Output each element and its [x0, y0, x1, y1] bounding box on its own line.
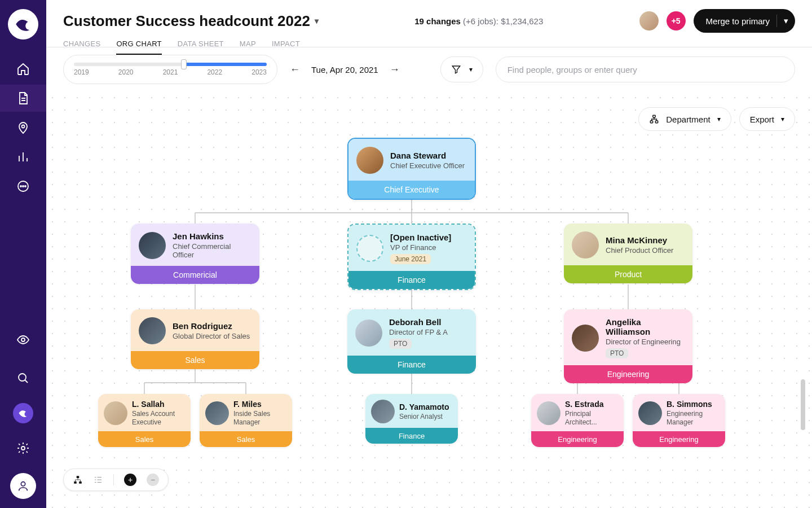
card-simmons[interactable]: B. Simmons Engineering Manager Engineeri… [633, 394, 725, 447]
collaborator-avatar[interactable] [639, 11, 659, 30]
card-name: Dana Steward [390, 151, 467, 160]
timeline-slider[interactable]: 2019 2020 2021 2022 2023 [63, 55, 277, 84]
nav-documents[interactable] [0, 85, 46, 112]
left-sidebar [0, 0, 46, 508]
hierarchy-icon [649, 114, 659, 124]
bar-chart-icon [16, 150, 30, 164]
svg-rect-12 [77, 476, 80, 478]
search-icon [16, 371, 30, 385]
card-ceo[interactable]: Dana Steward Chief Executive Officer Chi… [347, 138, 476, 200]
pto-tag: PTO [389, 339, 412, 349]
svg-rect-13 [74, 481, 77, 484]
card-dir-eng[interactable]: Angelika Williamson Director of Engineer… [564, 309, 692, 383]
card-department: Sales [131, 351, 259, 369]
card-role: Chief Executive Officer [390, 161, 467, 170]
search-input[interactable] [496, 56, 795, 82]
bird-small-icon [17, 408, 29, 419]
canvas-scrollbar[interactable] [801, 379, 805, 430]
card-department: Sales [200, 431, 292, 447]
tl-label: 2019 [74, 68, 89, 76]
avatar [139, 317, 166, 344]
header: Customer Success headcount 2022 ▾ 19 cha… [46, 0, 812, 47]
card-role: Director of FP & A [389, 328, 468, 336]
tl-label: 2022 [207, 68, 222, 76]
pto-tag: PTO [606, 348, 628, 358]
nav-analytics[interactable] [0, 143, 46, 170]
merge-button[interactable]: Merge to primary ▾ [694, 9, 795, 33]
card-role: Global Director of Sales [173, 332, 251, 340]
zoom-in-button[interactable]: + [124, 474, 136, 486]
card-name: L. Sallah [132, 400, 185, 409]
card-yamamoto[interactable]: D. Yamamoto Senior Analyst Finance [365, 394, 458, 444]
nav-search[interactable] [16, 365, 30, 392]
card-name: F. Miles [233, 400, 286, 409]
card-role: Senior Analyst [399, 413, 452, 421]
card-miles[interactable]: F. Miles Inside Sales Manager Sales [200, 394, 292, 447]
card-role: Director of Engineering [606, 338, 685, 346]
pin-icon [16, 121, 30, 134]
card-name: Mina McKinney [606, 235, 685, 245]
zoom-out-button[interactable]: − [147, 474, 159, 486]
group-by-button[interactable]: Department ▾ [638, 107, 731, 131]
card-dir-sales[interactable]: Ben Rodriguez Global Director of Sales S… [131, 309, 259, 369]
current-date[interactable]: Tue, Apr 20, 2021 [311, 65, 378, 75]
toolbar: 2019 2020 2021 2022 2023 ← Tue, Apr 20, … [46, 47, 812, 91]
list-view-icon[interactable] [93, 475, 103, 485]
date-prev-button[interactable]: ← [290, 64, 300, 76]
filter-button[interactable]: ▾ [440, 56, 483, 82]
card-cco[interactable]: Jen Hawkins Chief Commercial Officer Com… [131, 224, 259, 284]
card-department: Sales [98, 431, 191, 447]
card-estrada[interactable]: S. Estrada Principal Architect... Engine… [531, 394, 624, 447]
collaborator-count-badge[interactable]: +5 [667, 11, 686, 30]
card-name: S. Estrada [565, 400, 618, 409]
tree-view-icon[interactable] [73, 475, 83, 485]
card-role: Sales Account Executive [132, 410, 185, 427]
card-name: Angelika Williamson [606, 317, 685, 336]
nav-more[interactable] [0, 173, 46, 200]
svg-rect-9 [653, 115, 656, 117]
chevron-down-icon: ▾ [717, 115, 721, 123]
avatar [572, 325, 599, 352]
gear-icon [16, 441, 30, 455]
card-name: B. Simmons [667, 400, 720, 409]
export-button[interactable]: Export ▾ [739, 107, 795, 131]
card-role: VP of Finance [390, 243, 467, 252]
avatar [572, 231, 599, 259]
card-role: Principal Architect... [565, 410, 618, 427]
svg-rect-10 [651, 121, 654, 123]
document-icon [16, 91, 30, 105]
svg-point-2 [20, 186, 21, 187]
logo[interactable] [8, 9, 38, 40]
svg-point-3 [23, 186, 24, 187]
card-sallah[interactable]: L. Sallah Sales Account Executive Sales [98, 394, 191, 447]
card-open-vp-finance[interactable]: [Open Inactive] VP of Finance June 2021 … [347, 224, 476, 290]
org-chart-canvas[interactable]: Department ▾ Export ▾ [46, 91, 812, 508]
nav-location[interactable] [0, 114, 46, 141]
card-department: Finance [347, 356, 476, 374]
chevron-down-icon: ▾ [781, 115, 784, 123]
card-department: Product [564, 265, 692, 283]
card-cpo[interactable]: Mina McKinney Chief Product Officer Prod… [564, 224, 692, 283]
avatar [139, 232, 166, 259]
date-next-button[interactable]: → [390, 64, 400, 76]
avatar-open [356, 235, 383, 262]
nav-visibility[interactable] [16, 326, 30, 353]
nav-brand-badge[interactable] [13, 403, 33, 423]
svg-point-4 [25, 186, 26, 187]
avatar [355, 319, 382, 347]
eye-icon [16, 333, 30, 347]
svg-point-6 [19, 374, 26, 381]
nav-home[interactable] [0, 55, 46, 82]
bird-icon [14, 15, 33, 34]
svg-rect-11 [656, 121, 659, 123]
nav-user-avatar[interactable] [10, 473, 36, 499]
card-role: Inside Sales Manager [233, 410, 286, 427]
page-title[interactable]: Customer Success headcount 2022 ▾ [63, 12, 319, 30]
card-name: D. Yamamoto [399, 402, 452, 411]
funnel-icon [451, 64, 461, 75]
avatar [205, 401, 229, 425]
tl-label: 2023 [251, 68, 267, 76]
card-dir-fpa[interactable]: Deborah Bell Director of FP & A PTO Fina… [347, 309, 476, 374]
nav-settings[interactable] [16, 435, 30, 462]
card-department: Engineering [564, 365, 692, 383]
